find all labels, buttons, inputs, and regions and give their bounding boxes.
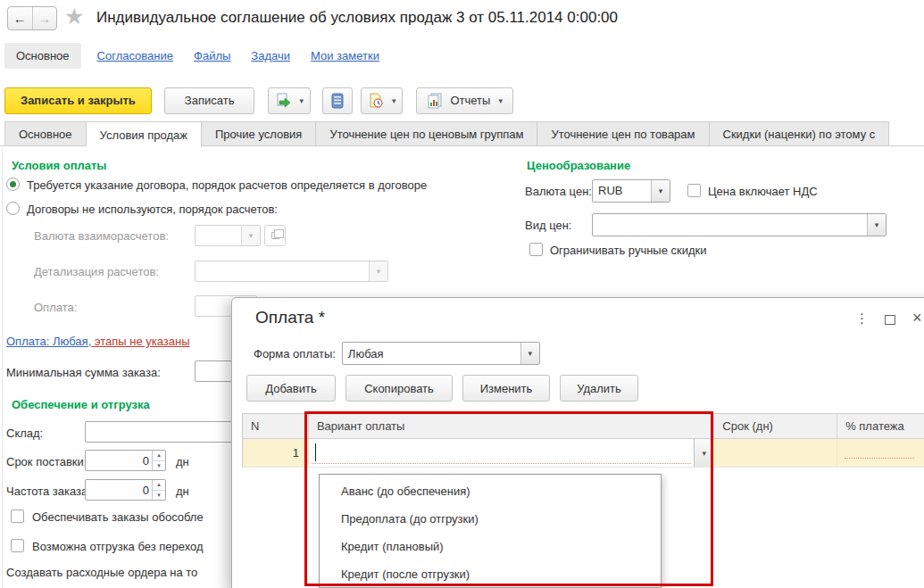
shipment-label[interactable]: Возможна отгрузка без переход (32, 540, 204, 554)
vat-included-label[interactable]: Цена включает НДС (708, 185, 818, 199)
reports-button-label: Отчеты (450, 94, 490, 107)
vat-included-checkbox[interactable] (687, 184, 701, 197)
expense-orders-label: Создавать расходные ордера на то (6, 566, 197, 580)
copy-button[interactable]: Скопировать (345, 375, 453, 402)
favorite-star-icon[interactable]: ★ (64, 4, 84, 29)
nav-tab-main[interactable]: Основное (4, 43, 81, 69)
spin-down-icon[interactable]: ▾ (153, 491, 165, 501)
nav-link-files[interactable]: Файлы (189, 49, 235, 62)
payment-form-row: Форма оплаты: Любая ▾ (254, 342, 540, 365)
tab-price-groups[interactable]: Уточнение цен по ценовым группам (316, 121, 537, 146)
save-and-close-button[interactable]: Записать и закрыть (4, 87, 152, 114)
cell-term[interactable] (714, 439, 837, 467)
tab-price-goods[interactable]: Уточнение цен по товарам (537, 121, 709, 146)
spin-up-icon[interactable]: ▴ (153, 480, 165, 491)
restrict-discounts-label[interactable]: Ограничивать ручные скидки (550, 244, 707, 258)
payment-variant-dropdown: Аванс (до обеспечения) Предоплата (до от… (319, 474, 662, 588)
payment-form-select[interactable]: Любая ▾ (342, 342, 540, 365)
dropdown-option-credit-planned[interactable]: Кредит (плановый) (320, 533, 661, 560)
app-window: ← → ★ Индивидуальное соглашение об услов… (0, 0, 924, 588)
chevron-down-icon: ▾ (498, 96, 503, 105)
payment-options-table: N Вариант оплаты Срок (дн) % платежа 1 ▾ (242, 413, 924, 468)
forward-button[interactable]: → (33, 7, 57, 29)
chevron-down-icon[interactable]: ▾ (694, 439, 713, 467)
dropdown-option-prepayment[interactable]: Предоплата (до отгрузки) (320, 505, 661, 533)
spin-up-icon[interactable]: ▴ (153, 451, 165, 461)
chevron-down-icon[interactable]: ▾ (369, 261, 387, 281)
reminder-button[interactable]: ▾ (361, 87, 404, 114)
payment-dialog: Оплата * ⋮ × Форма оплаты: Любая ▾ Добав… (231, 297, 924, 588)
restrict-discounts-checkbox[interactable] (529, 243, 543, 256)
delivery-term-value: 0 (86, 451, 152, 470)
spin-down-icon[interactable]: ▾ (153, 461, 165, 471)
cell-percent[interactable] (837, 439, 924, 467)
price-kind-field[interactable]: ▾ (592, 213, 887, 236)
structure-icon (331, 93, 344, 109)
dialog-maximize-icon[interactable] (885, 315, 895, 325)
command-bar: Записать и закрыть Записать ▾ ▾ Отчеты ▾ (4, 87, 513, 114)
radio-contract-required-label[interactable]: Требуется указание договора, порядок рас… (27, 178, 427, 193)
column-header-term[interactable]: Срок (дн) (714, 414, 837, 438)
edit-button[interactable]: Изменить (462, 375, 550, 402)
tab-other-terms[interactable]: Прочие условия (202, 121, 316, 146)
price-currency-value: RUB (593, 180, 651, 202)
chevron-down-icon[interactable]: ▾ (651, 180, 670, 202)
nav-link-notes[interactable]: Мои заметки (306, 49, 384, 62)
chevron-down-icon[interactable]: ▾ (867, 214, 886, 236)
back-button[interactable]: ← (8, 7, 33, 29)
chevron-down-icon: ▾ (392, 96, 396, 105)
settlement-detail-field[interactable]: ▾ (195, 261, 388, 282)
reports-icon (427, 93, 443, 109)
shipment-checkbox[interactable] (11, 539, 24, 552)
delivery-term-unit: дн (176, 455, 189, 469)
separate-supply-checkbox[interactable] (11, 509, 24, 523)
payment-terms-heading: Условия оплаты (12, 159, 106, 172)
chevron-down-icon[interactable]: ▾ (520, 343, 539, 364)
create-based-on-button[interactable]: ▾ (268, 87, 311, 114)
price-currency-field[interactable]: RUB ▾ (592, 179, 670, 203)
column-header-percent[interactable]: % платежа (837, 414, 924, 438)
cell-payment-variant-input[interactable]: ▾ (309, 439, 714, 467)
tab-discounts[interactable]: Скидки (наценки) по этому с (710, 121, 890, 146)
dialog-close-icon[interactable]: × (912, 309, 922, 327)
separate-supply-label[interactable]: Обеспечивать заказы обособле (32, 510, 204, 525)
spinner: ▴▾ (152, 480, 165, 500)
create-from-icon (275, 93, 291, 109)
warehouse-input[interactable] (85, 421, 241, 443)
cell-row-number[interactable]: 1 (243, 439, 309, 467)
radio-no-contracts[interactable] (6, 202, 20, 215)
order-frequency-value: 0 (86, 480, 152, 500)
payment-label: Оплата: (34, 301, 77, 315)
dialog-menu-kebab-icon[interactable]: ⋮ (855, 311, 869, 327)
payment-any-link[interactable]: Оплата: Любая, (6, 335, 91, 348)
radio-contract-required[interactable] (6, 178, 20, 191)
arrow-right-icon: → (33, 11, 57, 26)
dropdown-option-advance[interactable]: Аванс (до обеспечения) (320, 477, 661, 505)
nav-link-tasks[interactable]: Задачи (246, 49, 295, 62)
delete-button[interactable]: Удалить (560, 375, 638, 402)
settlement-currency-open-button[interactable] (264, 225, 286, 246)
warehouse-label: Склад: (6, 427, 43, 441)
radio-no-contracts-label[interactable]: Договоры не используются, порядок расчет… (27, 203, 278, 217)
payment-summary-link: Оплата: Любая, этапы не указаны (6, 335, 190, 348)
save-button[interactable]: Записать (164, 87, 255, 114)
table-header: N Вариант оплаты Срок (дн) % платежа (243, 414, 924, 439)
stages-not-set-link[interactable]: этапы не указаны (91, 335, 189, 348)
table-row: 1 ▾ (243, 439, 924, 468)
add-button[interactable]: Добавить (246, 375, 336, 402)
dropdown-option-credit-after[interactable]: Кредит (после отгрузки) (320, 560, 661, 588)
order-frequency-stepper[interactable]: 0 ▴▾ (85, 479, 166, 501)
pricing-heading: Ценообразование (527, 159, 630, 172)
reports-button[interactable]: Отчеты ▾ (416, 87, 512, 114)
structure-button[interactable] (322, 87, 353, 114)
chevron-down-icon[interactable]: ▾ (241, 226, 260, 245)
column-header-variant[interactable]: Вариант оплаты (309, 414, 714, 438)
settlement-detail-value (196, 261, 369, 281)
nav-link-approval[interactable]: Согласование (93, 49, 178, 62)
tab-main[interactable]: Основное (4, 121, 87, 146)
history-nav-buttons: ← → (7, 6, 57, 30)
tab-sales-terms[interactable]: Условия продаж (87, 121, 202, 147)
column-header-n[interactable]: N (243, 414, 309, 438)
settlement-currency-field[interactable]: ▾ (195, 225, 261, 246)
delivery-term-stepper[interactable]: 0 ▴▾ (85, 450, 166, 471)
